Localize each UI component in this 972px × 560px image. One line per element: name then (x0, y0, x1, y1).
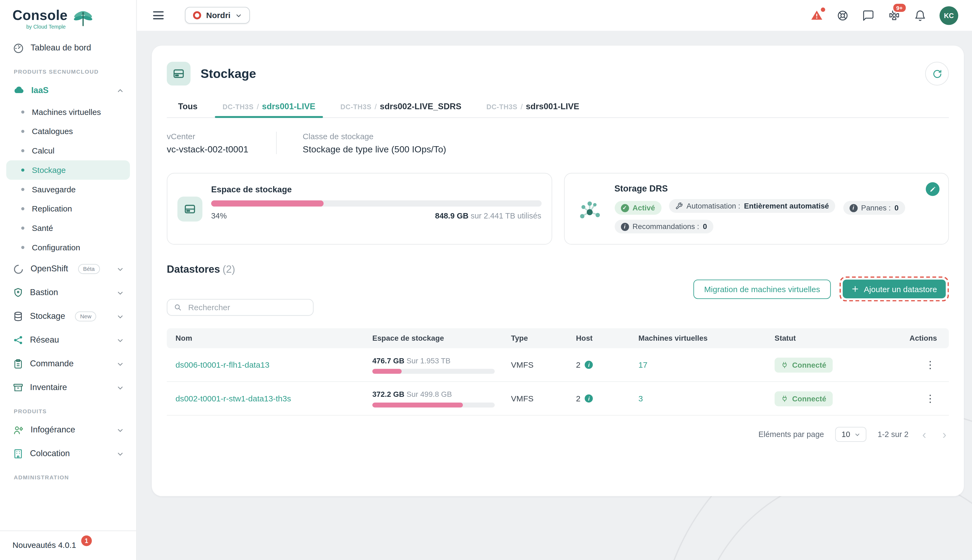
search-input[interactable] (187, 302, 307, 313)
marketplace-button[interactable]: 9+ (888, 8, 901, 22)
tab-prefix: DC-TH3S (223, 103, 254, 111)
sidebar-nav: Tableau de bord PRODUITS SECNUMCLOUD Iaa… (0, 36, 136, 530)
info-icon: i (849, 204, 857, 212)
sidebar-item-replication[interactable]: Replication (6, 199, 130, 218)
sidebar-item-label: Catalogues (32, 127, 73, 136)
sidebar-item-label: Inventaire (30, 382, 67, 394)
sidebar-item-commande[interactable]: Commande (6, 352, 130, 376)
sidebar-item-label: Commande (30, 358, 74, 370)
tab-prefix: DC-TH3S (340, 103, 371, 111)
hamburger-menu-icon[interactable] (151, 8, 166, 22)
sidebar: Console by Cloud Temple (0, 0, 137, 560)
topbar: Nordri (137, 0, 972, 30)
storage-page-card: Stockage Tous DC-TH3S / sdrs001-LIVE DC-… (152, 46, 964, 496)
sidebar-item-bastion[interactable]: Bastion (6, 281, 130, 305)
info-icon: i (621, 223, 629, 231)
sidebar-item-label: Bastion (30, 287, 58, 299)
tab-sdrs001-live-2[interactable]: DC-TH3S / sdrs001-LIVE (475, 95, 591, 117)
brand-logo[interactable]: Console by Cloud Temple (0, 0, 136, 36)
per-page-select[interactable]: 10 (835, 427, 867, 442)
sidebar-item-label: Replication (32, 204, 72, 213)
tenant-selector[interactable]: Nordri (185, 7, 250, 23)
clipboard-icon (12, 358, 24, 370)
storage-progress-bar (211, 200, 541, 207)
storage-space-card: Espace de stockage 34% 848.9 GB sur 2.44… (167, 173, 552, 245)
chevron-down-icon (117, 337, 124, 343)
alerts-button[interactable] (810, 8, 823, 22)
edit-drs-button[interactable] (926, 182, 940, 196)
chevron-down-icon (117, 384, 124, 391)
sidebar-item-reseau[interactable]: Réseau (6, 328, 130, 352)
sidebar-item-stockage-active[interactable]: Stockage (6, 160, 130, 180)
tenant-logo-icon (193, 11, 201, 19)
gauge-icon (12, 42, 24, 54)
row-progress-bar (372, 402, 495, 407)
sidebar-item-label: Infogérance (30, 424, 75, 436)
sidebar-item-label: Tableau de bord (30, 42, 91, 54)
tab-sdrs001-live[interactable]: DC-TH3S / sdrs001-LIVE (211, 95, 327, 117)
sidebar-item-sante[interactable]: Santé (6, 218, 130, 238)
sidebar-item-inventaire[interactable]: Inventaire (6, 376, 130, 400)
sidebar-item-dashboard[interactable]: Tableau de bord (6, 36, 130, 60)
vcenter-value: vc-vstack-002-t0001 (167, 144, 248, 154)
row-vms-link[interactable]: 3 (638, 394, 643, 403)
col-header-statut: Statut (766, 328, 901, 348)
datastores-table: Nom Espace de stockage Type Host Machine… (167, 328, 949, 416)
col-header-espace: Espace de stockage (364, 328, 502, 348)
bullet-dot (21, 246, 25, 249)
row-actions-menu[interactable]: ⋮ (925, 359, 935, 370)
sidebar-item-iaas[interactable]: IaaS (6, 79, 130, 103)
feedback-button[interactable] (862, 9, 875, 22)
user-avatar[interactable]: KC (940, 6, 958, 25)
shield-icon (12, 287, 24, 298)
tab-tous[interactable]: Tous (167, 95, 209, 117)
info-icon[interactable]: i (585, 394, 593, 402)
tab-sdrs002-live-sdrs[interactable]: DC-TH3S / sdrs002-LIVE_SDRS (329, 95, 472, 117)
chevron-down-icon (117, 265, 124, 272)
add-datastore-button[interactable]: Ajouter un datastore (843, 280, 946, 298)
sidebar-item-infogerance[interactable]: Infogérance (6, 418, 130, 442)
pencil-icon (930, 186, 936, 192)
status-badge: Connecté (775, 391, 832, 406)
previous-page-button[interactable]: ‹ (920, 428, 929, 440)
drs-failures-badge: i Pannes : 0 (843, 201, 905, 215)
tab-prefix: DC-TH3S (486, 103, 517, 111)
add-datastore-highlight: Ajouter un datastore (840, 277, 949, 302)
sidebar-item-catalogues[interactable]: Catalogues (6, 122, 130, 141)
datastore-name-link[interactable]: ds002-t0001-r-stw1-data13-th3s (176, 394, 291, 403)
search-icon (174, 303, 182, 312)
main-content: Stockage Tous DC-TH3S / sdrs001-LIVE DC-… (137, 30, 972, 560)
row-actions-menu[interactable]: ⋮ (925, 393, 935, 403)
space-card-title: Espace de stockage (211, 185, 541, 194)
chevron-down-icon (117, 450, 124, 457)
sidebar-item-calcul[interactable]: Calcul (6, 141, 130, 160)
storage-used: 848.9 GB (435, 212, 468, 220)
notification-badge: 1 (81, 535, 92, 546)
col-header-vms: Machines virtuelles (630, 328, 766, 348)
section-administration: ADMINISTRATION (6, 466, 130, 484)
row-progress-bar (372, 368, 495, 373)
support-button[interactable] (836, 9, 849, 22)
whats-new-link[interactable]: Nouveautés 4.0.11 (0, 531, 136, 560)
next-page-button[interactable]: › (940, 428, 949, 440)
row-vms-link[interactable]: 17 (638, 360, 647, 370)
sidebar-item-stockage-produit[interactable]: Stockage New (6, 305, 130, 328)
datastore-name-link[interactable]: ds006-t0001-r-flh1-data13 (176, 360, 269, 370)
sidebar-item-machines-virtuelles[interactable]: Machines virtuelles (6, 102, 130, 122)
sidebar-item-label: IaaS (31, 84, 49, 97)
datastores-heading: Datastores(2) (167, 263, 949, 275)
sidebar-item-colocation[interactable]: Colocation (6, 442, 130, 466)
refresh-button[interactable] (925, 62, 949, 85)
tab-label: sdrs002-LIVE_SDRS (380, 102, 462, 111)
row-total: Sur 499.8 GB (407, 390, 452, 398)
notifications-button[interactable] (914, 9, 926, 22)
migrate-vms-button[interactable]: Migration de machines virtuelles (694, 279, 831, 298)
per-page-label: Eléments par page (758, 430, 824, 438)
sidebar-item-openshift[interactable]: OpenShift Béta (6, 257, 130, 281)
sidebar-item-configuration[interactable]: Configuration (6, 238, 130, 257)
sidebar-item-sauvegarde[interactable]: Sauvegarde (6, 180, 130, 199)
info-icon[interactable]: i (585, 361, 593, 369)
col-header-type: Type (502, 328, 567, 348)
plugins-count-badge: 9+ (892, 2, 907, 13)
alert-dot (820, 7, 826, 12)
